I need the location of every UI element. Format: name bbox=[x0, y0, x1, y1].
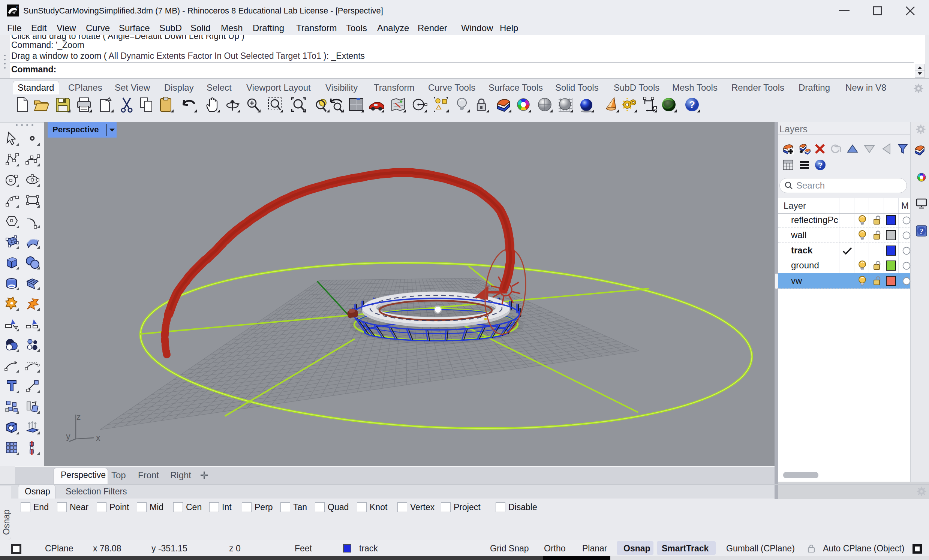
svg-text:?: ? bbox=[920, 228, 923, 236]
svg-text:x: x bbox=[96, 433, 100, 443]
svg-text:y: y bbox=[66, 431, 71, 441]
svg-text:8: 8 bbox=[17, 5, 18, 9]
svg-text:?: ? bbox=[818, 161, 823, 170]
svg-text:z: z bbox=[77, 412, 81, 422]
svg-text:?: ? bbox=[689, 99, 695, 110]
